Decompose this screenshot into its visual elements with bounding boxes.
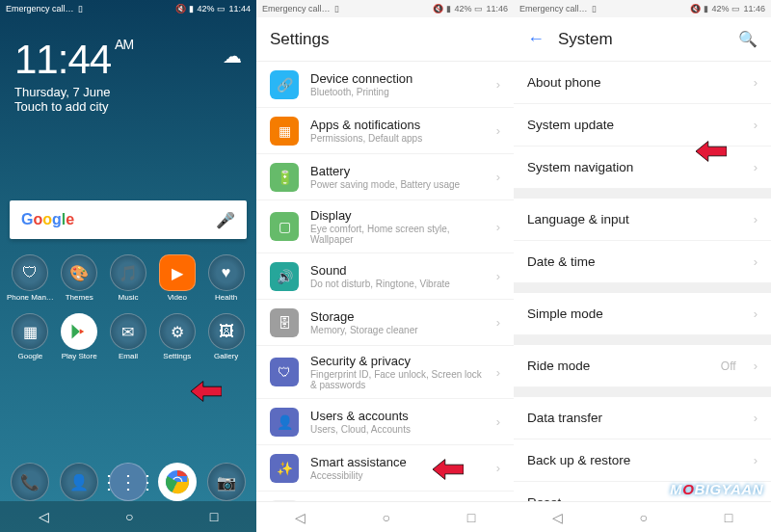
settings-list: 🔗Device connectionBluetooth, Printing›▦A… (256, 62, 514, 532)
app-settings[interactable]: ⚙Settings (152, 313, 201, 360)
gallery-icon: 🖼 (208, 313, 245, 350)
settings-row-smart-assistance[interactable]: ✨Smart assistanceAccessibility› (256, 445, 514, 492)
mic-icon[interactable]: 🎤 (216, 211, 235, 229)
app-play-store[interactable]: Play Store (55, 313, 104, 360)
folder-icon: ▦ (12, 313, 48, 350)
nav-home[interactable]: ○ (125, 509, 133, 524)
chevron-right-icon: › (754, 118, 758, 132)
dock-chrome[interactable] (152, 463, 201, 501)
system-row-system-navigation[interactable]: System navigation› (514, 146, 771, 189)
apps-icon: ⋮⋮⋮ (109, 463, 147, 501)
chevron-right-icon: › (754, 254, 758, 269)
search-icon[interactable]: 🔍 (738, 30, 758, 48)
chevron-right-icon: › (496, 170, 500, 184)
dock-contacts[interactable]: 👤 (55, 463, 104, 501)
app-email[interactable]: ✉Email (104, 313, 153, 360)
settings-screen: Emergency call…▯ 🔇▮42%▭11:46 Settings 🔗D… (256, 0, 514, 532)
clock-city: Touch to add city (14, 99, 133, 114)
nav-recent[interactable]: □ (210, 509, 218, 524)
nav-bar: ◁ ○ □ (0, 501, 256, 532)
app-music[interactable]: 🎵Music (104, 254, 153, 302)
nav-recent[interactable]: □ (725, 510, 732, 525)
system-screen: Emergency call…▯ 🔇▮42%▭11:46 ← System 🔍 … (514, 0, 771, 532)
settings-row-device-connection[interactable]: 🔗Device connectionBluetooth, Printing› (256, 62, 514, 108)
settings-row-battery[interactable]: 🔋BatteryPower saving mode, Battery usage… (256, 154, 514, 200)
row-icon: ▦ (270, 117, 299, 146)
app-health[interactable]: ♥Health (201, 254, 251, 302)
nav-bar: ◁ ○ □ (514, 501, 771, 532)
clock-date: Thursday, 7 June (14, 85, 133, 99)
system-list: About phone›System update›System navigat… (514, 62, 771, 532)
system-row-simple-mode[interactable]: Simple mode› (514, 293, 771, 335)
system-row-language-input[interactable]: Language & input› (514, 199, 771, 241)
nav-recent[interactable]: □ (467, 510, 475, 525)
row-icon: 🔊 (270, 262, 299, 291)
nav-back[interactable]: ◁ (552, 510, 563, 525)
row-icon: 🛡 (270, 358, 299, 386)
back-button[interactable]: ← (527, 29, 545, 49)
watermark: MOBIGYAAN (670, 481, 763, 497)
chevron-right-icon: › (754, 306, 758, 321)
playstore-icon (61, 313, 97, 350)
heart-icon: ♥ (208, 254, 245, 291)
chevron-right-icon: › (496, 77, 500, 92)
app-themes[interactable]: 🎨Themes (55, 254, 104, 302)
settings-row-storage[interactable]: 🗄StorageMemory, Storage cleaner› (256, 300, 514, 346)
row-icon: ✨ (270, 454, 299, 483)
chevron-right-icon: › (496, 315, 500, 330)
system-row-ride-mode[interactable]: Ride modeOff› (514, 345, 771, 387)
system-row-date-time[interactable]: Date & time› (514, 241, 771, 283)
settings-row-security-privacy[interactable]: 🛡Security & privacyFingerprint ID, Face … (256, 346, 514, 399)
row-icon: ▢ (270, 212, 299, 241)
settings-row-users-accounts[interactable]: 👤Users & accountsUsers, Cloud, Accounts› (256, 399, 514, 445)
nav-home[interactable]: ○ (640, 510, 648, 525)
settings-row-sound[interactable]: 🔊SoundDo not disturb, Ringtone, Vibrate› (256, 253, 514, 300)
mail-icon: ✉ (110, 313, 146, 350)
row-icon: 🗄 (270, 308, 299, 337)
contacts-icon: 👤 (60, 463, 98, 501)
clock-ampm: AM (115, 37, 133, 52)
battery-icon: ▭ (474, 4, 483, 13)
app-gallery[interactable]: 🖼Gallery (201, 313, 251, 360)
nav-back[interactable]: ◁ (39, 509, 49, 524)
battery-icon: ▭ (217, 4, 226, 13)
system-header: ← System 🔍 (514, 17, 771, 62)
status-bar: Emergency call…▯ 🔇▮42%▭11:46 (256, 0, 514, 17)
gear-icon: ⚙ (159, 313, 196, 350)
dock-apps[interactable]: ⋮⋮⋮ (104, 463, 153, 501)
app-phone-manager[interactable]: 🛡Phone Man… (6, 254, 55, 302)
nav-home[interactable]: ○ (383, 510, 390, 525)
phone-icon: 📞 (11, 463, 49, 501)
sim-icon: ▯ (592, 4, 597, 13)
row-icon: 👤 (270, 408, 299, 437)
nav-back[interactable]: ◁ (295, 510, 306, 525)
system-row-about-phone[interactable]: About phone› (514, 62, 771, 104)
dock: 📞 👤 ⋮⋮⋮ 📷 (0, 463, 256, 501)
chevron-right-icon: › (754, 411, 758, 425)
app-video[interactable]: ▶Video (152, 254, 201, 302)
highlight-arrow-settings (191, 381, 222, 402)
chevron-right-icon: › (754, 75, 758, 90)
dock-camera[interactable]: 📷 (201, 463, 251, 501)
sim-icon: ▯ (78, 4, 83, 13)
chevron-right-icon: › (754, 160, 758, 174)
dock-phone[interactable]: 📞 (6, 463, 55, 501)
status-bar: Emergency call…▯ 🔇▮42%▭11:44 (0, 0, 256, 17)
battery-icon: ▭ (731, 4, 740, 13)
system-row-back-up-restore[interactable]: Back up & restore› (514, 439, 771, 482)
page-title: Settings (270, 30, 329, 49)
camera-icon: 📷 (207, 463, 246, 501)
system-row-data-transfer[interactable]: Data transfer› (514, 397, 771, 439)
app-google-folder[interactable]: ▦Google (6, 313, 55, 360)
weather-icon: ☁ (223, 44, 242, 67)
page-title: System (558, 30, 613, 49)
clock-time: 11:44 (14, 37, 111, 82)
mute-icon: 🔇 (690, 4, 701, 13)
settings-row-apps-notifications[interactable]: ▦Apps & notificationsPermissions, Defaul… (256, 108, 514, 154)
clock-widget[interactable]: 11:44AM Thursday, 7 June Touch to add ci… (0, 17, 256, 123)
system-row-system-update[interactable]: System update› (514, 104, 771, 146)
settings-row-display[interactable]: ▢DisplayEye comfort, Home screen style, … (256, 200, 514, 253)
battery-text: 42% (197, 4, 214, 13)
sim-icon: ▯ (334, 4, 339, 13)
google-search-bar[interactable]: Google 🎤 (10, 200, 247, 239)
